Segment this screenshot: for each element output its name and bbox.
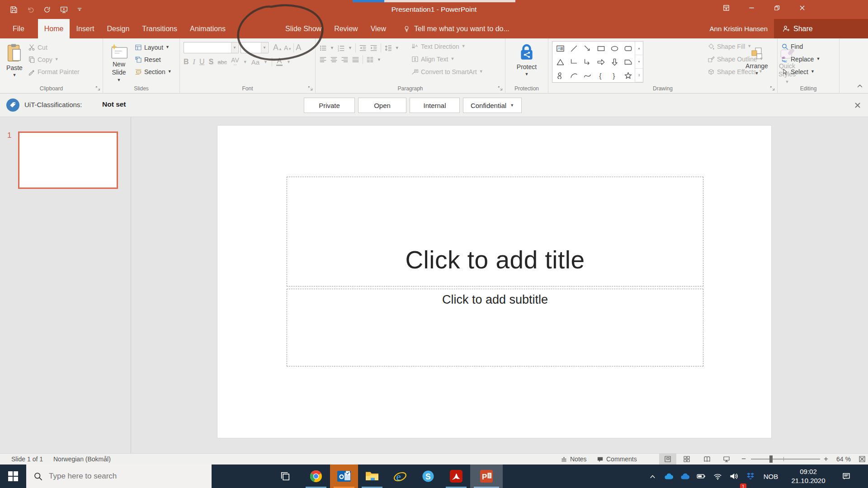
tray-clock[interactable]: 09:02 21.10.2020: [785, 465, 832, 488]
shape-gallery-more-button[interactable]: ⊼: [635, 69, 643, 82]
reset-button[interactable]: Reset: [135, 54, 172, 65]
tab-design[interactable]: Design: [100, 19, 136, 38]
tab-review[interactable]: Review: [328, 19, 364, 38]
slide-sorter-view-button[interactable]: [678, 454, 695, 465]
increase-indent-icon[interactable]: [370, 44, 377, 52]
ribbon-display-options-button[interactable]: [713, 0, 739, 15]
taskbar-skype[interactable]: S: [414, 465, 442, 488]
bold-button[interactable]: B: [184, 58, 189, 66]
text-shadow-button[interactable]: S: [208, 58, 213, 66]
drawing-dialog-launcher-icon[interactable]: [769, 85, 775, 91]
shape-rectangle[interactable]: [594, 42, 608, 55]
language-status[interactable]: Norwegian (Bokmål): [53, 454, 111, 465]
shape-gallery-scroll-up[interactable]: ▲: [635, 42, 643, 55]
search-input[interactable]: [49, 472, 198, 481]
font-name-input[interactable]: [184, 42, 231, 53]
font-name-combo[interactable]: ▼: [184, 42, 239, 53]
align-right-icon[interactable]: [341, 56, 349, 64]
shape-oval[interactable]: [608, 42, 621, 55]
strikethrough-button[interactable]: abc: [217, 59, 227, 66]
shape-line[interactable]: [567, 42, 580, 55]
shape-triangle[interactable]: [553, 55, 567, 69]
classification-internal-button[interactable]: Internal: [410, 98, 460, 113]
paragraph-dialog-launcher-icon[interactable]: [497, 85, 503, 91]
shape-down-arrow[interactable]: [608, 55, 621, 69]
fit-slide-to-window-button[interactable]: [856, 454, 868, 465]
line-spacing-icon[interactable]: [384, 44, 392, 52]
tray-action-center[interactable]: [837, 465, 855, 488]
zoom-level[interactable]: 64 %: [836, 454, 851, 465]
replace-button[interactable]: abacReplace▼: [781, 54, 820, 64]
paste-button[interactable]: Paste ▼: [3, 40, 26, 84]
section-button[interactable]: Section▼: [135, 66, 172, 77]
subtitle-placeholder[interactable]: Click to add subtitle: [287, 289, 703, 366]
font-dialog-launcher-icon[interactable]: [307, 85, 313, 91]
new-slide-button[interactable]: New Slide ▼: [105, 40, 133, 84]
minimize-button[interactable]: [739, 0, 764, 15]
grow-font-button[interactable]: A▲: [273, 43, 282, 52]
shape-scribble[interactable]: [553, 69, 567, 82]
font-size-dropdown-arrow[interactable]: ▼: [261, 42, 268, 53]
font-color-button[interactable]: A: [276, 58, 283, 66]
shape-star[interactable]: [621, 69, 635, 82]
tray-battery[interactable]: [693, 465, 709, 488]
shape-gallery-scroll-down[interactable]: ▼: [635, 55, 643, 69]
shape-line-arrow[interactable]: [580, 42, 594, 55]
tab-view[interactable]: View: [364, 19, 392, 38]
slide-thumbnail[interactable]: [18, 131, 118, 189]
tray-onedrive-business[interactable]: [677, 465, 693, 488]
format-painter-button[interactable]: Format Painter: [28, 66, 80, 77]
justify-icon[interactable]: [352, 56, 359, 64]
shape-freeform[interactable]: [621, 55, 635, 69]
change-case-button[interactable]: Aa: [251, 58, 259, 66]
taskbar-powerpoint[interactable]: P: [470, 465, 503, 488]
classification-confidential-button[interactable]: Confidential▼: [463, 98, 522, 113]
share-button[interactable]: Share: [774, 19, 868, 38]
shape-arc[interactable]: [567, 69, 580, 82]
clear-formatting-button[interactable]: A: [296, 43, 301, 52]
taskbar-search[interactable]: [26, 465, 212, 488]
convert-smartart-button[interactable]: Convert to SmartArt▼: [411, 66, 483, 77]
italic-button[interactable]: I: [193, 58, 195, 66]
shape-elbow-connector[interactable]: [567, 55, 580, 69]
tray-language-indicator[interactable]: NOB: [760, 465, 781, 488]
layout-button[interactable]: Layout▼: [135, 42, 172, 52]
taskbar-chrome[interactable]: [302, 465, 330, 488]
slide-show-view-button[interactable]: [718, 454, 735, 465]
taskbar-acrobat[interactable]: [442, 465, 470, 488]
tray-network[interactable]: [710, 465, 725, 488]
zoom-slider-track[interactable]: [751, 459, 820, 460]
taskbar-file-explorer[interactable]: [358, 465, 386, 488]
bullets-icon[interactable]: [319, 44, 327, 52]
numbering-icon[interactable]: 123: [337, 44, 345, 52]
font-name-dropdown-arrow[interactable]: ▼: [231, 42, 238, 53]
taskbar-internet-explorer[interactable]: e: [386, 465, 414, 488]
classification-open-button[interactable]: Open: [358, 98, 406, 113]
find-button[interactable]: Find: [781, 41, 820, 52]
tab-file[interactable]: File: [6, 19, 31, 38]
cut-button[interactable]: Cut: [28, 42, 80, 52]
close-button[interactable]: [789, 0, 815, 15]
shape-right-brace[interactable]: }: [608, 69, 621, 82]
underline-button[interactable]: U: [199, 58, 205, 66]
comments-toggle[interactable]: Comments: [597, 454, 637, 465]
tab-transitions[interactable]: Transitions: [136, 19, 184, 38]
shape-rounded-rectangle[interactable]: [621, 42, 635, 55]
font-size-combo[interactable]: ▼: [241, 42, 269, 53]
tray-show-hidden-icons[interactable]: [644, 465, 660, 488]
character-spacing-button[interactable]: AV↔: [231, 58, 239, 66]
shape-outline-button[interactable]: Shape Outline▼: [708, 54, 764, 64]
classification-close-icon[interactable]: [854, 102, 861, 109]
tab-home[interactable]: Home: [38, 19, 70, 38]
text-direction-button[interactable]: AText Direction▼: [411, 41, 483, 52]
notes-toggle[interactable]: Notes: [561, 454, 587, 465]
zoom-slider-handle[interactable]: [769, 455, 773, 463]
reading-view-button[interactable]: [698, 454, 716, 465]
shape-left-brace[interactable]: {: [594, 69, 608, 82]
shape-fill-button[interactable]: Shape Fill▼: [708, 41, 764, 52]
shrink-font-button[interactable]: A▼: [284, 44, 292, 52]
restore-button[interactable]: [764, 0, 789, 15]
clipboard-dialog-launcher-icon[interactable]: [95, 85, 101, 91]
decrease-indent-icon[interactable]: [359, 44, 367, 52]
collapse-ribbon-icon[interactable]: [856, 82, 863, 89]
